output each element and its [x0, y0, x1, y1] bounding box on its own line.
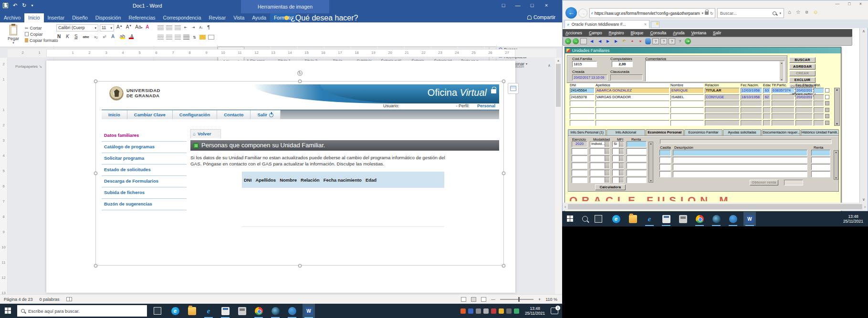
ribbon-tab[interactable]: Referencias [125, 13, 159, 22]
eco-row[interactable] [572, 170, 647, 176]
search-icon[interactable] [582, 216, 588, 222]
next-record-icon[interactable]: ▶ [605, 38, 611, 44]
ribbon-tab[interactable]: Ayuda [248, 13, 270, 22]
underline-button[interactable]: S [74, 34, 78, 39]
help-icon[interactable]: ? [677, 38, 683, 44]
forms-menu-item[interactable]: Bloque [631, 31, 644, 35]
eco-row[interactable] [572, 163, 647, 169]
selection-handle[interactable] [502, 264, 505, 267]
clear-formatting-button[interactable]: A [146, 24, 149, 31]
zoom-in-button[interactable]: + [538, 297, 541, 302]
redo-icon[interactable]: ↻ [22, 2, 26, 9]
minimize-icon[interactable]: — [835, 1, 839, 6]
calculadora-button[interactable]: Calculadora [595, 185, 626, 190]
selection-handle[interactable] [502, 172, 505, 175]
copy-button[interactable]: Copiar [25, 31, 58, 37]
task-view-icon[interactable] [154, 307, 161, 315]
members-scrollbar[interactable]: ▲▼ [834, 88, 840, 126]
strikethrough-button[interactable]: abc [83, 35, 89, 39]
globe-app-icon[interactable] [710, 212, 722, 226]
clipboard-expander-icon[interactable]: ↘ [39, 64, 42, 69]
start-button[interactable] [565, 214, 575, 224]
save-icon[interactable]: ← [565, 38, 571, 44]
word-icon[interactable]: W [303, 304, 315, 318]
undo-icon[interactable]: ↶ [13, 2, 17, 9]
tray-icon-8[interactable] [514, 308, 519, 314]
increase-indent-icon[interactable]: ⇥ [192, 25, 195, 30]
forms-menu-item[interactable]: Salir [713, 31, 721, 35]
close-icon[interactable]: × [539, 0, 554, 11]
shading-icon[interactable] [199, 35, 206, 40]
ov-sidebar-item[interactable]: Subida de ficheros [102, 187, 187, 199]
format-painter-button[interactable]: Copiar formato [25, 37, 58, 43]
word-scrollbar-thumb[interactable] [556, 64, 561, 107]
casilla-row[interactable] [659, 164, 830, 170]
ov-sidebar-item[interactable]: Datos familiares [102, 130, 187, 142]
cod-familia-field[interactable]: 1815 [572, 61, 597, 67]
ov-sidebar-item[interactable]: Descarga de Formularios [102, 176, 187, 187]
edge-icon[interactable]: e [610, 212, 622, 226]
grow-font-button[interactable]: A▲ [116, 24, 123, 31]
hist-checkbox[interactable] [825, 121, 829, 125]
qat-customize-icon[interactable]: ▾ [31, 3, 33, 8]
insert-record-icon[interactable]: + [629, 38, 636, 44]
forms-menu-item[interactable]: Registro [609, 31, 624, 35]
forms-action-button[interactable]: BUSCAR [789, 57, 816, 63]
ie-search-box[interactable]: Buscar... ▾ [717, 8, 784, 18]
member-row[interactable]: 24165378 VARGAS DORADOR ISABEL CONYUGE 1… [570, 94, 829, 100]
explorer-icon[interactable] [627, 212, 639, 226]
calculator-icon[interactable] [660, 212, 672, 226]
eco-row[interactable]: 2020 Individ... Sí [572, 141, 647, 147]
maximize-icon[interactable]: □ [848, 1, 850, 6]
taskbar-clock[interactable]: 13:48 25/11/2021 [525, 306, 545, 316]
edge-icon[interactable]: e [169, 304, 181, 318]
favorites-icon[interactable]: ☆ [796, 9, 801, 15]
minimize-icon[interactable]: — [511, 0, 525, 11]
hist-checkbox[interactable] [825, 101, 829, 105]
save-icon[interactable] [3, 3, 8, 8]
volver-button[interactable]: ⌂Volver [190, 129, 221, 138]
ribbon-tab[interactable]: Disposición [92, 13, 125, 22]
bullets-icon[interactable] [157, 25, 164, 30]
url-dropdown-icon[interactable]: ▾ [701, 11, 703, 15]
casilla-scrollbar[interactable]: ▲▼ [834, 150, 838, 180]
ribbon-tab[interactable]: Inicio [24, 13, 44, 22]
font-size-select[interactable]: 11▾ [100, 24, 114, 31]
casilla-row[interactable] [659, 171, 830, 177]
rotate-handle[interactable]: ↻ [297, 71, 303, 76]
cancel-query-icon[interactable]: ? [669, 38, 675, 44]
zoom-slider[interactable] [500, 299, 533, 300]
delete-record-icon[interactable]: × [637, 38, 644, 44]
layout-options-button[interactable] [508, 83, 519, 94]
ribbon-tab[interactable]: Correspondencia [159, 13, 205, 22]
italic-button[interactable]: K [66, 34, 69, 39]
paste-dropdown-icon[interactable]: ▾ [4, 41, 23, 45]
prev-record-icon[interactable]: ◀ [596, 38, 603, 44]
ribbon-tab[interactable]: Insertar [44, 13, 69, 22]
align-right-icon[interactable] [175, 35, 181, 40]
selection-handle[interactable] [94, 80, 97, 83]
pilcrow-icon[interactable]: ¶ [208, 25, 210, 30]
browser-tab[interactable]: e Oracle Fusion Middleware F... × [565, 20, 649, 28]
explorer-icon[interactable] [186, 304, 198, 318]
settings-icon[interactable]: ¤ [805, 9, 808, 15]
subscript-button[interactable]: x₂ [94, 35, 97, 39]
selection-handle[interactable] [502, 80, 505, 83]
taskbar-clock[interactable]: 13:48 25/11/2021 [843, 214, 863, 224]
globe-app-icon[interactable] [269, 304, 282, 318]
font-name-select[interactable]: Calibri (Cuerp▾ [56, 24, 98, 31]
line-spacing-icon[interactable]: ⇅ [193, 35, 196, 40]
commit-icon[interactable] [645, 38, 651, 44]
start-button[interactable] [3, 306, 13, 316]
ribbon-tab[interactable]: Archivo [0, 13, 24, 22]
align-left-icon[interactable] [157, 35, 164, 40]
ov-sidebar-item[interactable]: Solicitar programa [102, 153, 187, 164]
forms-window-titlebar[interactable]: Unidades Familiares [565, 47, 841, 53]
hist-checkbox[interactable] [825, 95, 829, 99]
read-mode-icon[interactable] [461, 297, 466, 302]
forward-button[interactable]: → [578, 9, 587, 18]
eco-row[interactable] [572, 155, 647, 162]
ov-sidebar-item[interactable]: Buzón de sugerencias [102, 199, 187, 210]
calculator-icon[interactable] [219, 304, 231, 318]
forms-action-button[interactable]: EXCLUIR [789, 77, 816, 83]
